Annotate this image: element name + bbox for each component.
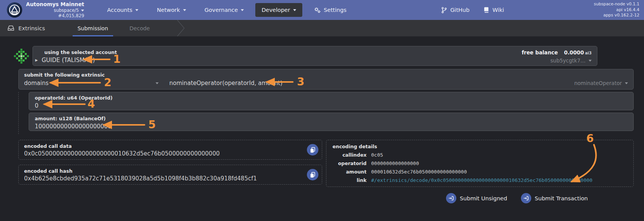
method-value: nominateOperator	[574, 80, 622, 86]
extrinsics-tray-icon	[8, 25, 14, 31]
pallet-dropdown[interactable]: domains	[24, 80, 159, 87]
extrinsic-label: submit the following extrinsic	[24, 72, 628, 78]
chevron-down-icon	[589, 60, 592, 62]
gears-icon	[314, 7, 321, 13]
main-menu: Accounts Network Governance Developer	[98, 3, 355, 17]
section-title: Extrinsics	[18, 25, 45, 31]
chevron-down-icon	[156, 82, 159, 84]
copy-icon	[310, 147, 315, 153]
encoded-call-data-value: 0x0c050000000000000000000010632d5ec76b05…	[24, 150, 316, 157]
chain-selector[interactable]: Autonomys Mainnet subspace/5 #4,015,829	[26, 1, 84, 19]
sign-in-icon	[521, 193, 531, 203]
account-address-short: sub5ycgtk7…	[550, 57, 586, 64]
account-address-toggle[interactable]: sub5ycgtk7…	[522, 57, 592, 64]
autonomys-logo-icon[interactable]	[7, 2, 22, 18]
menu-network[interactable]: Network	[150, 3, 193, 17]
top-navigation-bar: Autonomys Mainnet subspace/5 #4,015,829 …	[0, 0, 644, 20]
wiki-link[interactable]: Wiki	[484, 7, 504, 13]
encoded-call-hash-value: 0x4b625e8cbded935a72c71e5318039028a5d5b1…	[24, 175, 316, 182]
account-selector[interactable]: using the selected account ▶ GUIDE (TALI…	[32, 46, 597, 66]
chain-name: Autonomys Mainnet	[26, 1, 84, 8]
copy-icon	[310, 172, 315, 178]
detail-row-amount: amount 000010632d5ec76b0500000000000000	[326, 169, 633, 175]
param-label: amount: u128 (BalanceOf)	[35, 115, 628, 122]
menu-developer[interactable]: Developer	[255, 3, 302, 17]
call-parameters: operatorId: u64 (OperatorId) 0 amount: u…	[18, 92, 634, 134]
detail-row-callindex: callindex 0c05	[326, 152, 633, 158]
chevron-down-icon	[293, 9, 296, 11]
param-amount-input[interactable]: amount: u128 (BalanceOf) 100000000000000…	[29, 113, 634, 131]
menu-governance[interactable]: Governance	[198, 3, 251, 17]
param-value[interactable]: 0	[35, 102, 628, 109]
tab-bar: Extrinsics Submission Decode	[0, 20, 644, 36]
param-label: operatorId: u64 (OperatorId)	[35, 95, 628, 101]
api-version: api v16.4.4	[594, 7, 639, 13]
chevron-down-icon	[81, 10, 84, 11]
submit-unsigned-button[interactable]: Submit Unsigned	[446, 193, 507, 203]
sign-in-icon	[446, 193, 456, 203]
github-link[interactable]: GitHub	[441, 7, 469, 13]
encoding-details-panel: encoding details callindex 0c05 operator…	[326, 140, 634, 187]
chevron-down-icon	[241, 9, 244, 11]
encoding-details-label: encoding details	[333, 143, 633, 150]
copy-call-data-button[interactable]	[307, 144, 318, 156]
chevron-down-icon	[135, 9, 138, 11]
book-icon	[484, 7, 489, 13]
node-version: subspace-node v0.1.1	[594, 2, 639, 7]
encoded-call-hash-panel: encoded call hash 0x4b625e8cbded935a72c7…	[18, 165, 322, 185]
free-balance: free balance 0.0000ai3	[522, 49, 592, 56]
menu-accounts[interactable]: Accounts	[100, 3, 145, 17]
account-label: using the selected account	[44, 49, 592, 56]
actions-row: Submit Unsigned Submit Transaction	[10, 193, 634, 203]
version-info: subspace-node v0.1.1 api v16.4.4 apps v0…	[594, 2, 639, 18]
copy-call-hash-button[interactable]	[307, 169, 318, 180]
git-branch-icon	[441, 7, 447, 13]
tab-submission[interactable]: Submission	[73, 20, 113, 36]
chevron-down-icon	[183, 9, 186, 11]
free-balance-unit: ai3	[585, 51, 592, 55]
encoded-call-data-label: encoded call data	[24, 143, 316, 149]
account-name: GUIDE (TALISMAN)	[42, 57, 95, 64]
encoded-call-hash-label: encoded call hash	[24, 168, 316, 174]
breadcrumb-chevron-icon	[177, 20, 186, 36]
expander-icon[interactable]: ▶	[35, 58, 38, 62]
free-balance-value: 0.0000	[564, 49, 584, 56]
breadcrumb-extrinsics[interactable]: Extrinsics	[0, 20, 45, 36]
menu-settings[interactable]: Settings	[307, 3, 353, 17]
pallet-value: domains	[24, 80, 49, 87]
chain-runtime: subspace/5	[54, 8, 79, 13]
method-signature[interactable]: nominateOperator(operatorId, amount)	[169, 80, 282, 87]
encoded-call-data-panel: encoded call data 0x0c050000000000000000…	[18, 140, 322, 160]
method-dropdown[interactable]: nominateOperator	[574, 80, 628, 86]
account-dropdown[interactable]: ▶ GUIDE (TALISMAN)	[35, 57, 592, 64]
decode-link[interactable]: #/extrinsics/decode/0x0c0500000000000000…	[371, 177, 592, 183]
param-operatorid-input[interactable]: operatorId: u64 (OperatorId) 0	[29, 92, 634, 110]
param-value[interactable]: 100000000000000000000	[35, 123, 628, 130]
free-balance-label: free balance	[522, 49, 558, 56]
account-identicon	[14, 48, 29, 64]
detail-row-link: link #/extrinsics/decode/0x0c05000000000…	[326, 177, 633, 183]
extrinsic-selector: submit the following extrinsic domains n…	[18, 69, 634, 90]
best-block-number: #4,015,829	[26, 13, 84, 18]
apps-version: apps v0.162.2-12	[594, 13, 639, 18]
extrinsics-page: using the selected account ▶ GUIDE (TALI…	[0, 36, 644, 203]
chevron-down-icon	[625, 82, 628, 84]
detail-row-operatorid: operatorid 0000000000000000	[326, 160, 633, 167]
tab-decode[interactable]: Decode	[125, 20, 155, 36]
submit-transaction-button[interactable]: Submit Transaction	[521, 193, 588, 203]
